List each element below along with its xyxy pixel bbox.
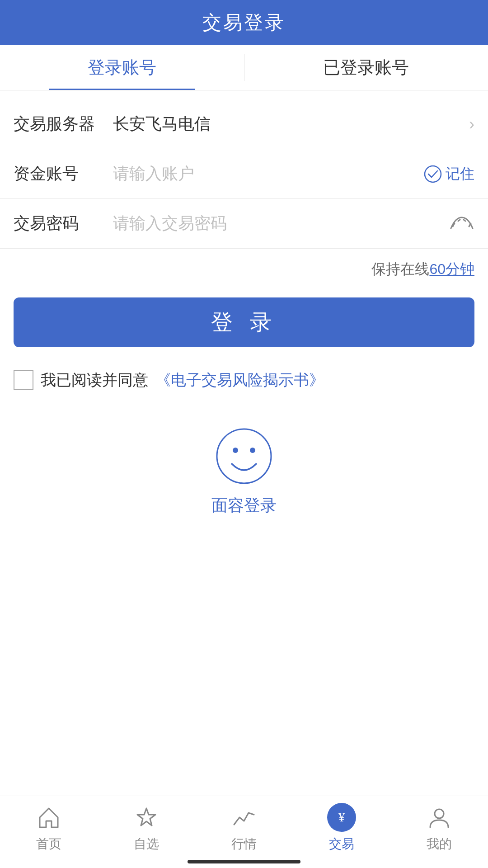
eye-icon[interactable]	[449, 216, 474, 232]
chevron-right-icon: ›	[469, 115, 474, 134]
server-label: 交易服务器	[14, 113, 113, 135]
user-icon	[425, 803, 454, 832]
password-label: 交易密码	[14, 212, 113, 235]
face-login-icon	[215, 427, 273, 486]
home-indicator	[188, 860, 300, 863]
keep-online-link[interactable]: 60分钟	[429, 259, 474, 279]
login-button[interactable]: 登 录	[14, 297, 474, 347]
svg-point-1	[217, 429, 271, 483]
nav-mine-label: 我的	[427, 835, 452, 853]
nav-mine[interactable]: 我的	[425, 803, 454, 853]
face-login-label: 面容登录	[211, 495, 277, 517]
svg-point-3	[250, 448, 255, 453]
chart-icon	[230, 803, 258, 832]
password-placeholder: 请输入交易密码	[113, 212, 449, 235]
bottom-nav: 首页 自选 行情 ¥ 交易	[0, 796, 488, 868]
tab-login[interactable]: 登录账号	[0, 45, 244, 90]
nav-trade-label: 交易	[329, 835, 354, 853]
nav-home-label: 首页	[36, 835, 61, 853]
nav-watchlist-label: 自选	[134, 835, 159, 853]
trade-icon-bg: ¥	[327, 803, 356, 832]
agreement-prefix: 我已阅读并同意	[41, 370, 148, 391]
tab-switcher: 登录账号 已登录账号	[0, 45, 488, 90]
agreement-row: 我已阅读并同意 《电子交易风险揭示书》	[0, 361, 488, 400]
login-button-wrap: 登 录	[0, 284, 488, 361]
account-placeholder: 请输入账户	[113, 163, 424, 185]
password-row: 交易密码 请输入交易密码	[0, 199, 488, 249]
agreement-link[interactable]: 《电子交易风险揭示书》	[155, 370, 324, 391]
header-title: 交易登录	[202, 10, 286, 35]
keep-online-row: 保持在线 60分钟	[0, 249, 488, 284]
nav-trade[interactable]: ¥ 交易	[327, 803, 356, 853]
svg-point-5	[435, 809, 444, 818]
agreement-checkbox[interactable]	[14, 370, 33, 390]
svg-point-0	[425, 166, 441, 182]
server-value: 长安飞马电信	[113, 113, 469, 135]
server-row[interactable]: 交易服务器 长安飞马电信 ›	[0, 99, 488, 149]
check-circle-icon	[424, 165, 442, 183]
svg-text:¥: ¥	[338, 810, 345, 824]
account-row: 资金账号 请输入账户 记住	[0, 149, 488, 199]
account-label: 资金账号	[14, 163, 113, 185]
trade-icon: ¥	[327, 803, 356, 832]
login-form: 交易服务器 长安飞马电信 › 资金账号 请输入账户 记住 交易密码 请输入交易密…	[0, 99, 488, 249]
face-login-area[interactable]: 面容登录	[0, 400, 488, 526]
home-icon	[34, 803, 63, 832]
app-header: 交易登录	[0, 0, 488, 45]
nav-watchlist[interactable]: 自选	[132, 803, 161, 853]
remember-toggle[interactable]: 记住	[424, 164, 474, 184]
tab-logged[interactable]: 已登录账号	[244, 45, 488, 90]
nav-market[interactable]: 行情	[230, 803, 258, 853]
star-icon	[132, 803, 161, 832]
nav-home[interactable]: 首页	[34, 803, 63, 853]
nav-market-label: 行情	[231, 835, 257, 853]
keep-online-prefix: 保持在线	[371, 259, 429, 279]
svg-point-2	[233, 448, 238, 453]
